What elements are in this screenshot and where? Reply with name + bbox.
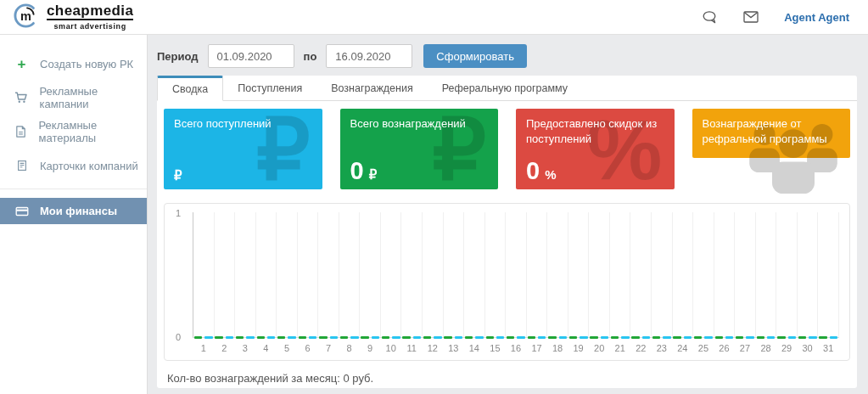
chart-bar	[194, 336, 202, 339]
chart-bar	[642, 336, 650, 339]
chart-day-group: 23	[652, 212, 673, 337]
stat-card-unit: ₽	[174, 168, 182, 183]
chart-day-group: 9	[360, 212, 381, 337]
chart-bar	[767, 336, 775, 339]
chart-bar	[319, 336, 327, 339]
chart-bar	[559, 336, 567, 339]
x-axis-label: 17	[527, 343, 547, 353]
x-axis-label: 30	[798, 343, 818, 353]
chart-bar	[725, 336, 733, 339]
tab-rewards[interactable]: Вознаграждения	[316, 76, 427, 100]
chart-bar	[236, 336, 244, 339]
x-axis-label: 9	[360, 343, 380, 353]
chart-bar	[736, 336, 743, 339]
chart-day-group: 18	[547, 212, 568, 337]
chart-day-group: 2	[215, 212, 236, 337]
x-axis-label: 29	[776, 343, 797, 353]
x-axis-label: 31	[818, 343, 838, 353]
sidebar-divider	[0, 189, 147, 189]
chart-day-group: 27	[735, 212, 756, 337]
x-axis-label: 10	[381, 343, 401, 353]
sidebar-item-company-cards[interactable]: Карточки компаний	[0, 149, 147, 183]
mail-icon[interactable]	[743, 11, 759, 23]
x-axis-label: 25	[693, 343, 714, 353]
tab-summary[interactable]: Сводка	[157, 76, 223, 101]
stat-card-value: 0	[350, 159, 364, 183]
x-axis-label: 23	[652, 343, 672, 353]
chart-day-group: 13	[444, 212, 465, 337]
rewards-chart: 1 0 123456789101112131415161718192021222…	[164, 203, 850, 361]
x-axis-label: 18	[547, 343, 568, 353]
chart-day-group: 30	[798, 212, 819, 337]
sidebar-item-label: Рекламные кампании	[39, 85, 147, 110]
stat-card-value: 0	[526, 159, 540, 183]
chart-bar	[704, 336, 712, 339]
chart-bar	[226, 336, 233, 339]
chart-bar	[777, 336, 785, 339]
x-axis-label: 12	[423, 343, 443, 353]
chart-bar	[444, 336, 451, 339]
stat-card-title: Всего вознаграждений	[350, 116, 489, 132]
tab-incomes[interactable]: Поступления	[223, 76, 316, 100]
stat-card-title: Предоставлено скидок из поступлений	[526, 116, 664, 147]
svg-text:m: m	[20, 8, 31, 22]
chart-bar	[372, 336, 379, 339]
sidebar-item-label: Рекламные материалы	[39, 119, 148, 144]
x-axis-label: 5	[277, 343, 297, 353]
chart-day-group: 6	[298, 212, 319, 337]
chart-bar	[382, 336, 389, 339]
content-panel: СводкаПоступленияВознагражденияРеферальн…	[157, 76, 857, 388]
credit-card-icon	[14, 205, 29, 218]
chart-bar	[580, 336, 587, 339]
x-axis-label: 27	[735, 343, 755, 353]
x-axis-label: 16	[506, 343, 526, 353]
logo-m-icon: m	[13, 3, 39, 32]
x-axis-label: 11	[401, 343, 422, 353]
period-from-input[interactable]	[208, 44, 294, 68]
generate-report-button[interactable]: Сформировать	[423, 44, 527, 68]
stat-card-value-row: 0₽	[350, 159, 378, 183]
chart-bar	[496, 336, 504, 339]
chart-bar	[611, 336, 619, 339]
sidebar-item-create-campaign[interactable]: +Создать новую РК	[0, 47, 147, 81]
x-axis-label: 6	[298, 343, 318, 353]
chart-bar	[569, 336, 577, 339]
period-to-input[interactable]	[326, 44, 412, 68]
chart-plot: 1234567891011121314151617181920212223242…	[193, 212, 839, 338]
chart-bar	[673, 336, 680, 339]
y-axis-label-max: 1	[176, 208, 181, 218]
user-menu-link[interactable]: Agent Agent	[784, 11, 849, 24]
sidebar-item-materials[interactable]: Рекламные материалы	[0, 115, 147, 149]
sidebar-item-campaigns[interactable]: Рекламные кампании	[0, 81, 147, 115]
chart-bar	[257, 336, 265, 339]
x-axis-label: 19	[568, 343, 589, 353]
chart-bar	[309, 336, 316, 339]
sidebar-item-label: Карточки компаний	[40, 160, 138, 172]
x-axis-label: 20	[589, 343, 609, 353]
chart-day-group: 19	[568, 212, 590, 337]
x-axis-label: 15	[485, 343, 506, 353]
x-axis-label: 22	[630, 343, 651, 353]
sidebar-item-finances[interactable]: Мои финансы	[0, 198, 147, 224]
chart-bar	[684, 336, 692, 339]
chart-bar	[350, 336, 358, 339]
chart-bar	[694, 336, 702, 339]
chart-bar	[423, 336, 431, 339]
chart-bar	[757, 336, 764, 339]
chat-icon[interactable]	[702, 10, 718, 25]
tab-referral[interactable]: Реферальную программу	[428, 76, 582, 100]
chart-bar	[715, 336, 723, 339]
chart-bar	[507, 336, 514, 339]
plus-icon: +	[14, 57, 29, 71]
chart-bar	[601, 336, 608, 339]
chart-day-group: 1	[193, 212, 215, 337]
sidebar-item-label: Создать новую РК	[40, 58, 133, 70]
stat-card-value-row: 0%	[526, 159, 556, 183]
chart-day-group: 26	[714, 212, 736, 337]
logo-tagline: smart advertising	[47, 22, 133, 31]
logo[interactable]: m cheapmedia smart advertising	[13, 3, 133, 32]
chart-day-group: 5	[277, 212, 298, 337]
chart-bar	[631, 336, 639, 339]
company-card-icon	[14, 159, 29, 172]
chart-bar	[299, 336, 306, 339]
